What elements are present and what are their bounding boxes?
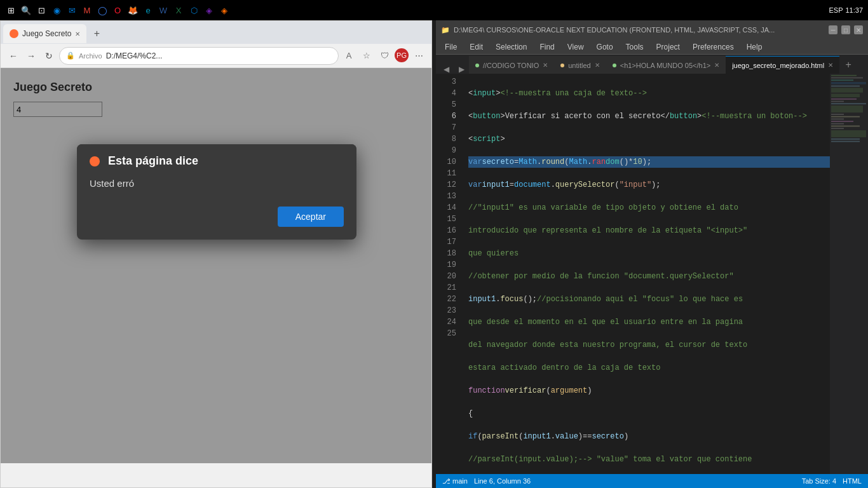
tab-close-4[interactable]: ✕ — [828, 62, 833, 69]
editor-tab-hola-mundo[interactable]: <h1>HOLA MUNDO 05</h1> ✕ — [606, 56, 726, 74]
task-view-icon[interactable]: ⊡ — [36, 4, 47, 16]
code-line-7: var input1=document.querySelector("input… — [468, 179, 830, 191]
line-num-9: 9 — [436, 145, 456, 156]
excel-icon[interactable]: X — [173, 4, 184, 16]
statusbar-right: Tab Size: 4 HTML — [802, 477, 862, 485]
line-num-21: 21 — [436, 282, 456, 294]
tab-dot-2 — [560, 64, 564, 67]
editor-window-buttons: ─ □ ✕ — [829, 25, 863, 34]
back-button[interactable]: ← — [6, 48, 21, 64]
browser-tab-label: Juego Secreto — [22, 29, 71, 38]
firefox-icon[interactable]: 🦊 — [127, 4, 139, 16]
new-editor-tab-button[interactable]: + — [839, 56, 857, 74]
editor-tabs: ◀ ▶ //CODIGO TONIO ✕ untitled ✕ <h1>HOLA… — [436, 55, 868, 74]
new-tab-button[interactable]: + — [88, 25, 105, 43]
dialog-footer: Aceptar — [77, 201, 356, 240]
editor-tab-juego-secreto[interactable]: juego_secreto_mejorado.html ✕ — [726, 56, 839, 74]
tab-dot-1 — [475, 64, 479, 67]
line-num-22: 22 — [436, 294, 456, 305]
menu-preferences[interactable]: Preferences — [686, 41, 740, 53]
menu-project[interactable]: Project — [650, 41, 686, 53]
minimize-button[interactable]: ─ — [829, 25, 837, 34]
opera-icon[interactable]: O — [112, 4, 123, 16]
edge-icon[interactable]: ◉ — [51, 4, 62, 16]
line-num-23: 23 — [436, 305, 456, 316]
start-icon[interactable]: ⊞ — [5, 4, 17, 16]
menu-selection[interactable]: Selection — [489, 41, 533, 53]
code-editor[interactable]: <input><!--muestra una caja de texto--> … — [463, 74, 830, 474]
line-num-5: 5 — [436, 99, 456, 111]
line-num-17: 17 — [436, 236, 456, 248]
editor-title: D:\MEG4\ CURSOS\ONE-ORACLE NEXT EDUCATIO… — [454, 26, 825, 34]
minimap-visual — [830, 74, 868, 474]
line-num-8: 8 — [436, 133, 456, 145]
gmail-icon[interactable]: M — [81, 4, 93, 16]
tab-nav-prev[interactable]: ◀ — [438, 65, 454, 74]
address-bar[interactable]: 🔒 Archivo D:/MEG4/%C2... — [59, 47, 339, 65]
browser-tab-active[interactable]: Juego Secreto ✕ — [3, 24, 86, 43]
tab-close-1[interactable]: ✕ — [543, 62, 548, 69]
dialog-favicon — [90, 156, 100, 166]
menu-view[interactable]: View — [561, 41, 590, 53]
dialog-header: Esta página dice — [77, 144, 356, 173]
word-icon[interactable]: W — [158, 4, 169, 16]
code-line-4: <button>Verificar si acerto con el secre… — [468, 111, 830, 122]
browser-tab-close[interactable]: ✕ — [75, 30, 80, 37]
editor-menubar: File Edit Selection Find View Goto Tools… — [436, 39, 868, 55]
line-numbers: 3 4 5 6 7 8 9 10 11 12 13 14 15 16 17 18… — [436, 74, 461, 474]
code-line-10d: estara activado dentro de la caja de tex… — [468, 362, 830, 374]
maximize-button[interactable]: □ — [841, 25, 850, 34]
tab-label-4: juego_secreto_mejorado.html — [732, 62, 824, 69]
folder-icon: 📁 — [441, 26, 450, 34]
page-content: Juego Secreto Esta página dice Usted err… — [1, 68, 431, 463]
statusbar-language: HTML — [843, 477, 862, 485]
editor-tab-codigo-tonio[interactable]: //CODIGO TONIO ✕ — [469, 56, 554, 74]
menu-help[interactable]: Help — [740, 41, 769, 53]
outlook-icon[interactable]: ✉ — [66, 4, 78, 16]
search-icon[interactable]: 🔍 — [20, 4, 32, 16]
tab-close-2[interactable]: ✕ — [595, 62, 600, 69]
svg-rect-10 — [831, 103, 866, 104]
line-num-24: 24 — [436, 316, 456, 328]
shield-icon[interactable]: 🛡 — [377, 48, 392, 64]
dialog-accept-button[interactable]: Aceptar — [278, 207, 344, 227]
code-line-11: function verificar(argument) — [468, 385, 830, 396]
star-icon[interactable]: ☆ — [359, 48, 374, 64]
dialog-overlay — [1, 68, 431, 463]
statusbar-git: ⎇ main — [442, 477, 468, 485]
code-line-12: { — [468, 408, 830, 419]
menu-goto[interactable]: Goto — [590, 41, 620, 53]
code-line-8: //"input1" es una variable de tipo objet… — [468, 202, 830, 214]
menu-find[interactable]: Find — [533, 41, 560, 53]
taskbar-right: ESP 11:37 — [824, 6, 868, 14]
chrome-icon[interactable]: ◯ — [97, 4, 108, 16]
statusbar-position: Line 6, Column 36 — [474, 477, 531, 485]
taskbar-language: ESP — [829, 6, 843, 14]
vscode-icon[interactable]: ⬡ — [188, 4, 200, 16]
forward-button[interactable]: → — [24, 48, 39, 64]
line-num-7: 7 — [436, 122, 456, 133]
close-button[interactable]: ✕ — [854, 25, 863, 34]
editor-tab-untitled[interactable]: untitled ✕ — [554, 56, 606, 74]
tab-close-3[interactable]: ✕ — [714, 62, 719, 69]
browser-controls: ← → ↻ 🔒 Archivo D:/MEG4/%C2... A ☆ 🛡 PG … — [1, 44, 431, 68]
refresh-button[interactable]: ↻ — [41, 48, 57, 64]
svg-rect-5 — [831, 86, 860, 87]
tab-nav-next[interactable]: ▶ — [454, 65, 469, 74]
sublime-icon[interactable]: ◈ — [219, 4, 230, 16]
svg-rect-16 — [831, 123, 844, 125]
dialog-box: Esta página dice Usted erró Aceptar — [77, 144, 356, 240]
menu-edit[interactable]: Edit — [463, 41, 489, 53]
more-button[interactable]: ⋯ — [411, 48, 426, 64]
profile-icon[interactable]: PG — [395, 48, 409, 62]
edge2-icon[interactable]: e — [142, 4, 154, 16]
menu-tools[interactable]: Tools — [620, 41, 650, 53]
line-num-11: 11 — [436, 168, 456, 179]
browser-tab-bar: Juego Secreto ✕ + — [1, 21, 431, 44]
svg-rect-12 — [831, 114, 844, 115]
terminal-icon[interactable]: ◈ — [203, 4, 215, 16]
archive-label: Archivo — [79, 52, 102, 60]
reader-icon[interactable]: A — [341, 48, 356, 64]
svg-rect-18 — [831, 128, 844, 129]
menu-file[interactable]: File — [438, 41, 463, 53]
